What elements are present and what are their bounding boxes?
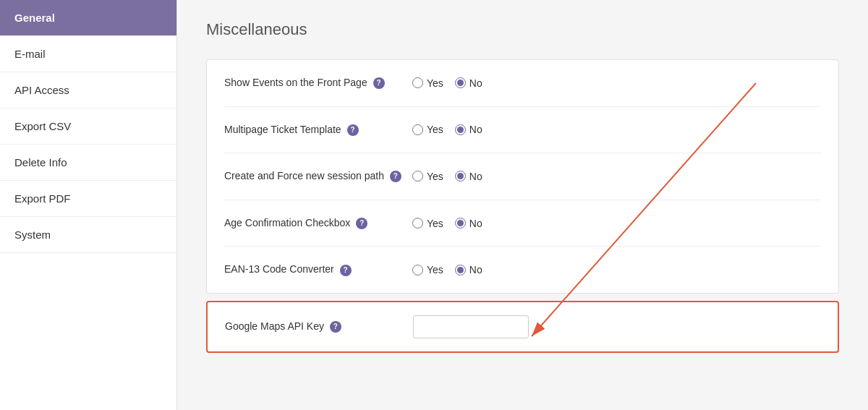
multipage-ticket-yes-radio[interactable] xyxy=(412,124,423,135)
show-events-help-icon[interactable]: ? xyxy=(373,77,385,89)
session-path-no-radio[interactable] xyxy=(455,171,466,181)
session-path-yes-radio[interactable] xyxy=(412,171,423,181)
session-path-no-option[interactable]: No xyxy=(455,171,482,182)
setting-row-multipage-ticket: Multipage Ticket Template ? Yes No xyxy=(224,107,821,154)
age-confirmation-no-radio[interactable] xyxy=(455,218,466,229)
session-path-help-icon[interactable]: ? xyxy=(390,171,401,182)
sidebar-item-api-access[interactable]: API Access xyxy=(0,72,176,108)
age-confirmation-label: Age Confirmation Checkbox ? xyxy=(224,216,412,231)
ean-converter-control: Yes No xyxy=(412,264,482,276)
session-path-control: Yes No xyxy=(412,171,482,182)
age-confirmation-help-icon[interactable]: ? xyxy=(356,218,367,229)
google-maps-control xyxy=(413,315,529,338)
sidebar-item-export-pdf[interactable]: Export PDF xyxy=(0,181,176,217)
show-events-yes-option[interactable]: Yes xyxy=(412,77,443,89)
multipage-ticket-help-icon[interactable]: ? xyxy=(347,124,359,136)
settings-container: Show Events on the Front Page ? Yes No M… xyxy=(206,59,839,294)
show-events-yes-radio[interactable] xyxy=(412,77,423,88)
page-title: Miscellaneous xyxy=(206,20,839,39)
google-maps-label: Google Maps API Key ? xyxy=(225,320,413,334)
multipage-ticket-label: Multipage Ticket Template ? xyxy=(224,123,412,137)
show-events-control: Yes No xyxy=(412,77,482,89)
ean-converter-yes-radio[interactable] xyxy=(412,265,423,276)
setting-row-google-maps: Google Maps API Key ? xyxy=(208,302,838,351)
session-path-yes-option[interactable]: Yes xyxy=(412,171,443,182)
age-confirmation-control: Yes No xyxy=(412,218,482,229)
sidebar-item-delete-info[interactable]: Delete Info xyxy=(0,145,176,181)
google-maps-section: Google Maps API Key ? xyxy=(206,301,839,353)
setting-row-show-events: Show Events on the Front Page ? Yes No xyxy=(224,60,821,107)
age-confirmation-yes-radio[interactable] xyxy=(412,218,423,229)
age-confirmation-no-option[interactable]: No xyxy=(455,218,482,229)
setting-row-ean-converter: EAN-13 Code Converter ? Yes No xyxy=(224,247,821,293)
ean-converter-no-radio[interactable] xyxy=(455,265,466,276)
google-maps-help-icon[interactable]: ? xyxy=(330,321,341,333)
session-path-label: Create and Force new session path ? xyxy=(224,169,412,184)
setting-row-session-path: Create and Force new session path ? Yes … xyxy=(224,153,821,200)
google-maps-api-key-input[interactable] xyxy=(413,315,529,338)
ean-converter-yes-option[interactable]: Yes xyxy=(412,264,443,276)
show-events-no-radio[interactable] xyxy=(455,77,466,88)
show-events-label: Show Events on the Front Page ? xyxy=(224,76,412,90)
sidebar: General E-mail API Access Export CSV Del… xyxy=(0,0,177,410)
main-content: Miscellaneous Show Events on the Front P… xyxy=(177,0,868,410)
multipage-ticket-no-option[interactable]: No xyxy=(455,124,482,135)
sidebar-item-email[interactable]: E-mail xyxy=(0,36,176,72)
show-events-no-option[interactable]: No xyxy=(455,77,482,89)
ean-converter-no-option[interactable]: No xyxy=(455,264,482,276)
ean-converter-label: EAN-13 Code Converter ? xyxy=(224,262,412,277)
sidebar-item-export-csv[interactable]: Export CSV xyxy=(0,108,176,145)
multipage-ticket-control: Yes No xyxy=(412,124,482,135)
ean-converter-help-icon[interactable]: ? xyxy=(340,265,352,276)
setting-row-age-confirmation: Age Confirmation Checkbox ? Yes No xyxy=(224,200,821,247)
sidebar-item-general[interactable]: General xyxy=(0,0,176,36)
multipage-ticket-yes-option[interactable]: Yes xyxy=(412,124,443,135)
sidebar-item-system[interactable]: System xyxy=(0,217,176,253)
age-confirmation-yes-option[interactable]: Yes xyxy=(412,218,443,229)
multipage-ticket-no-radio[interactable] xyxy=(455,124,466,135)
